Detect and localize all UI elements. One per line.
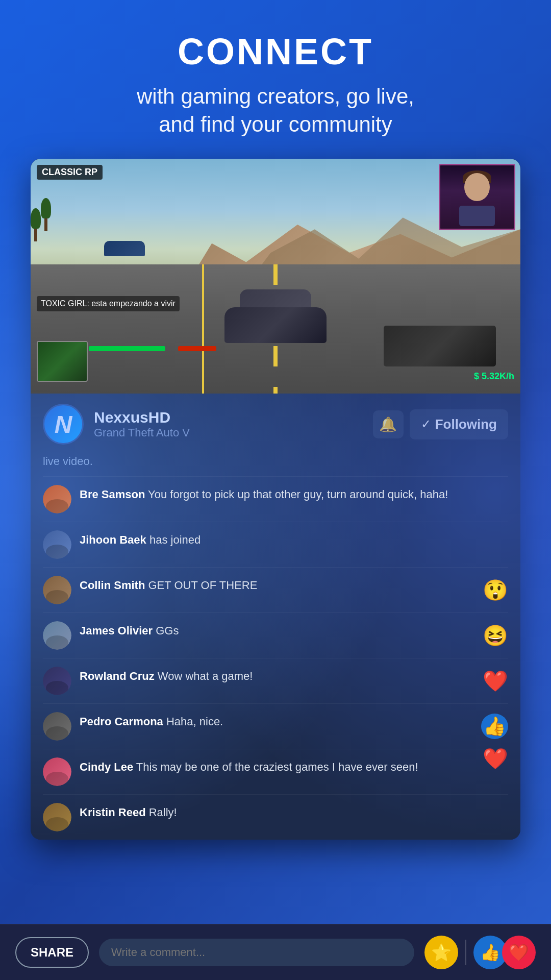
check-icon: ✓ — [421, 417, 431, 431]
tree-1 — [31, 206, 41, 241]
comment-name: Cindy Lee — [80, 761, 133, 773]
comment-item: Collin Smith GET OUT OF THERE 😲 — [43, 567, 508, 612]
reaction-buttons: ⭐ 👍 ❤️ — [424, 936, 536, 969]
comment-avatar — [43, 485, 71, 513]
stream-text: NexxusHD Grand Theft Auto V — [94, 409, 363, 439]
comment-body: Rowland Cruz Wow what a game! — [80, 667, 508, 684]
comment-text: Bre Samson You forgot to pick up that ot… — [80, 488, 448, 501]
comment-item: Cindy Lee This may be one of the crazies… — [43, 749, 508, 794]
hud-chat: TOXIC GIRL: esta empezando a vivir — [37, 296, 180, 311]
live-text: live video. — [43, 455, 93, 468]
heart-reaction-button[interactable]: ❤️ — [502, 936, 536, 969]
comment-item: Pedro Carmona Haha, nice. 👍 — [43, 703, 508, 749]
comment-text: Collin Smith GET OUT OF THERE — [80, 579, 257, 592]
comment-name: Collin Smith — [80, 579, 145, 592]
following-button[interactable]: ✓ Following — [410, 409, 508, 439]
star-reaction-button[interactable]: ⭐ — [424, 936, 458, 969]
small-car-body — [104, 241, 145, 256]
comment-avatar — [43, 667, 71, 695]
streamer-name: NexxusHD — [94, 409, 363, 426]
comment-avatar — [43, 530, 71, 559]
comment-body: Jihoon Baek has joined — [80, 530, 508, 548]
avatar-kristin — [43, 803, 71, 831]
comment-text: Jihoon Baek has joined — [80, 533, 201, 546]
avatar-rowland — [43, 667, 71, 695]
streamer-avatar: N — [43, 404, 84, 445]
avatar-pedro — [43, 712, 71, 741]
reaction-emoji: 👍 — [481, 714, 508, 739]
comment-name: Kristin Reed — [80, 806, 146, 819]
comment-name: Jihoon Baek — [80, 533, 146, 546]
stream-actions: 🔔 ✓ Following — [373, 409, 508, 439]
comment-body: Collin Smith GET OUT OF THERE — [80, 576, 508, 594]
comment-input[interactable] — [99, 939, 414, 966]
comment-item: Jihoon Baek has joined — [43, 522, 508, 567]
comment-text: Rowland Cruz Wow what a game! — [80, 670, 253, 682]
car-main — [224, 307, 327, 358]
star-icon: ⭐ — [431, 943, 452, 962]
video-player[interactable]: CLASSIC RP TOXIC GIRL: esta empezando a … — [31, 159, 520, 394]
comment-avatar — [43, 621, 71, 650]
avatar-bre — [43, 485, 71, 513]
comment-text: Kristin Reed Rally! — [80, 806, 177, 819]
comment-body: Cindy Lee This may be one of the crazies… — [80, 757, 508, 775]
comment-text: Cindy Lee This may be one of the crazies… — [80, 761, 418, 773]
avatar-collin — [43, 576, 71, 604]
comment-name: Bre Samson — [80, 488, 145, 501]
comment-item: James Olivier GGs 😆 — [43, 612, 508, 658]
stream-info-bar: N NexxusHD Grand Theft Auto V 🔔 ✓ Follow… — [31, 394, 520, 455]
comment-text: James Olivier GGs — [80, 624, 179, 637]
page-title: CONNECT — [20, 31, 531, 72]
avatar-james — [43, 621, 71, 650]
health-green — [89, 346, 165, 351]
comment-name: Pedro Carmona — [80, 715, 163, 728]
comment-name: Rowland Cruz — [80, 670, 155, 682]
car-roof — [240, 289, 311, 310]
person-shirt — [459, 206, 495, 226]
page-header: CONNECT with gaming creators, go live,an… — [0, 0, 551, 159]
stream-card: CLASSIC RP TOXIC GIRL: esta empezando a … — [31, 159, 520, 840]
comment-item: Kristin Reed Rally! — [43, 794, 508, 840]
hud-label: CLASSIC RP — [37, 165, 103, 180]
like-icon: 👍 — [480, 943, 500, 962]
following-label: Following — [435, 416, 497, 432]
bottom-action-bar: SHARE ⭐ 👍 ❤️ — [0, 924, 551, 980]
reaction-emoji: 😲 — [483, 578, 508, 602]
comment-name: James Olivier — [80, 624, 153, 637]
comment-item: Rowland Cruz Wow what a game! ❤️ — [43, 658, 508, 703]
health-red — [178, 346, 216, 351]
reaction-emoji: ❤️ — [483, 669, 508, 693]
hud-minimap — [37, 341, 88, 382]
comment-body: Kristin Reed Rally! — [80, 803, 508, 821]
hud-healthbar — [89, 346, 216, 351]
comment-body: James Olivier GGs — [80, 621, 508, 639]
divider — [465, 940, 466, 965]
reaction-emoji: 😆 — [483, 624, 508, 648]
comment-item: Bre Samson You forgot to pick up that ot… — [43, 476, 508, 522]
share-button[interactable]: SHARE — [15, 937, 89, 968]
comment-text: Pedro Carmona Haha, nice. — [80, 715, 223, 728]
comment-avatar — [43, 803, 71, 831]
bell-icon: 🔔 — [379, 416, 397, 433]
road-line-left — [202, 264, 204, 394]
minimap-inner — [38, 342, 87, 381]
stream-game: Grand Theft Auto V — [94, 426, 363, 439]
hud-stat: $ 5.32K/h — [474, 371, 514, 382]
live-text-bar: live video. — [31, 455, 520, 476]
truck-body — [384, 326, 496, 366]
person-head — [464, 173, 490, 201]
page-subtitle: with gaming creators, go live,and find y… — [20, 83, 531, 138]
tree-2 — [41, 195, 51, 231]
comment-avatar — [43, 757, 71, 786]
streamer-face — [440, 165, 514, 229]
car-body — [224, 307, 327, 343]
avatar-letter: N — [55, 410, 72, 438]
avatar-jihoon — [43, 530, 71, 559]
comment-body: Bre Samson You forgot to pick up that ot… — [80, 485, 508, 503]
comment-avatar — [43, 712, 71, 741]
webcam-overlay — [439, 164, 515, 230]
comment-body: Pedro Carmona Haha, nice. — [80, 712, 508, 730]
comment-avatar — [43, 576, 71, 604]
bell-button[interactable]: 🔔 — [373, 410, 404, 438]
avatar-cindy — [43, 757, 71, 786]
